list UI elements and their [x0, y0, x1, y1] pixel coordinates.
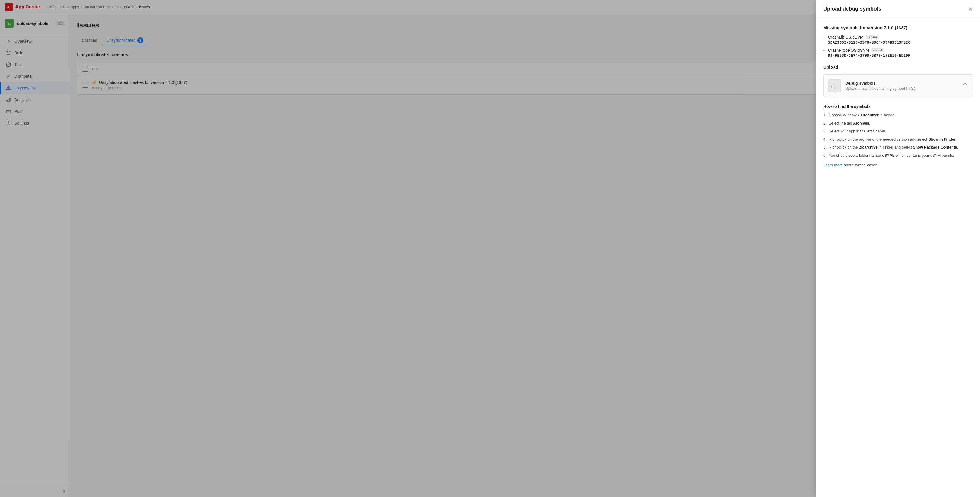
- modal-close-button[interactable]: ✕: [968, 6, 973, 12]
- how-to-step-6: You should see a folder named dSYMs whic…: [823, 153, 973, 158]
- upload-section-title: Upload: [823, 65, 973, 70]
- how-to-step-1: Choose Window > Organizer in Xcode.: [823, 112, 973, 118]
- how-to-step-5: Right-click on the .xcarchive in Finder …: [823, 145, 973, 150]
- modal-header: Upload debug symbols ✕: [816, 0, 980, 18]
- modal-body: Missing symbols for version 7.1.0 (1337)…: [816, 18, 980, 174]
- learn-more-link[interactable]: Learn more: [823, 163, 843, 167]
- svg-text:zip: zip: [831, 84, 835, 88]
- modal-overlay[interactable]: Upload debug symbols ✕ Missing symbols f…: [0, 0, 980, 497]
- modal-title: Upload debug symbols: [823, 6, 881, 12]
- how-to-step-2: Select the tab Archives.: [823, 121, 973, 126]
- upload-debug-symbols-modal: Upload debug symbols ✕ Missing symbols f…: [816, 0, 980, 497]
- symbol-arch-1: arm64: [866, 35, 878, 39]
- learn-more-suffix: about symbolication.: [843, 163, 878, 167]
- symbol-name-2: CrashProbeiOS.dSYM arm64: [828, 48, 973, 53]
- how-to-title: How to find the symbols: [823, 104, 973, 109]
- how-to-step-4: Right-click on the archive of the needed…: [823, 137, 973, 142]
- missing-symbols-title: Missing symbols for version 7.1.0 (1337): [823, 25, 973, 30]
- upload-box[interactable]: zip Debug symbols Upload a .zip file con…: [823, 74, 973, 97]
- symbol-hash-2: D449E33D-7E74-379D-8B79-15EE104ED1DF: [828, 53, 973, 57]
- symbol-arch-2: arm64: [871, 48, 884, 53]
- zip-icon: zip: [828, 79, 841, 92]
- symbol-hash-1: 5DA23653-D126-39F0-BDCF-994B3019F92C: [828, 40, 973, 45]
- symbol-item-1: CrashLibiOS.dSYM arm64 5DA23653-D126-39F…: [823, 35, 973, 45]
- upload-arrow-icon: [962, 82, 968, 89]
- symbols-list: CrashLibiOS.dSYM arm64 5DA23653-D126-39F…: [823, 35, 973, 57]
- upload-info-title: Debug symbols: [845, 81, 958, 86]
- symbol-name-1: CrashLibiOS.dSYM arm64: [828, 35, 973, 40]
- symbol-item-2: CrashProbeiOS.dSYM arm64 D449E33D-7E74-3…: [823, 48, 973, 57]
- how-to-list: Choose Window > Organizer in Xcode. Sele…: [823, 112, 973, 158]
- how-to-step-3: Select your app in the left sidebar.: [823, 128, 973, 134]
- upload-info: Debug symbols Upload a .zip file contain…: [845, 81, 958, 91]
- learn-more-paragraph: Learn more about symbolication.: [823, 163, 973, 167]
- upload-info-subtitle: Upload a .zip file containing symbol fil…: [845, 86, 958, 91]
